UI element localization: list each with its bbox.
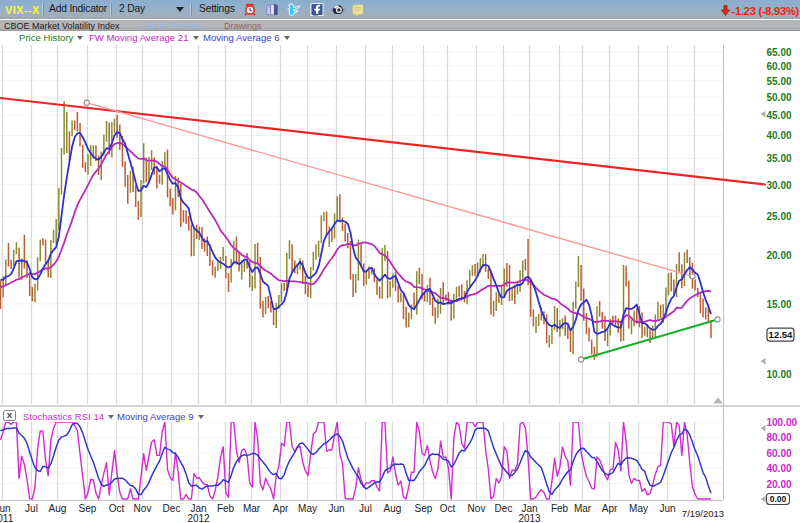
price-tick-label: 15.00 xyxy=(767,299,792,310)
x-axis-month-label: Feb xyxy=(217,503,235,514)
x-axis-year-label: 2012 xyxy=(187,513,210,523)
price-tick-label: 40.00 xyxy=(767,130,792,141)
price-tick-label: 50.00 xyxy=(767,92,792,103)
fw-moving-average-21-line xyxy=(1,143,712,322)
last-indicator-label: 0.00 xyxy=(770,494,787,504)
facebook-icon-shape xyxy=(313,14,318,16)
axis-range-marker-icon xyxy=(761,111,766,117)
ledger-icon[interactable] xyxy=(265,3,279,16)
x-axis-month-label: Jul xyxy=(25,503,38,514)
fw-moving-average-21-dropdown[interactable]: FW Moving Average 21 xyxy=(89,32,199,43)
x-axis-month-label: May xyxy=(298,503,317,514)
period-dropdown[interactable]: 2 Day xyxy=(119,3,145,14)
price-history-label: Price History xyxy=(19,32,73,43)
price-chart[interactable]: Jun2011JulAugSepOctNovDecJan2012FebMarAp… xyxy=(0,0,800,523)
x-axis-month-label: Dec xyxy=(163,503,181,514)
price-tick-label: 35.00 xyxy=(767,153,792,164)
price-tick-label: 55.00 xyxy=(767,76,792,87)
down-arrow-icon xyxy=(721,5,730,16)
axis-range-marker-icon xyxy=(761,496,766,502)
camera-icon-shape xyxy=(337,8,340,11)
moving-average-9-label: Moving Average 9 xyxy=(117,411,194,422)
trendline-anchor[interactable] xyxy=(578,357,583,362)
ledger-icon-shape xyxy=(274,4,277,15)
price-tick-label: 20.00 xyxy=(767,250,792,261)
drawings-menu[interactable]: Drawings xyxy=(224,21,262,31)
price-tick-label: 25.00 xyxy=(767,211,792,222)
axis-range-marker-icon xyxy=(761,425,766,431)
x-axis-month-label: Apr xyxy=(273,503,289,514)
stochastics-rsi-dropdown[interactable]: Stochastics RSI 14 xyxy=(23,411,114,422)
symbol-info-bar: CBOE Market Volatility Index Add to Port… xyxy=(0,20,800,31)
price-tick-label: 45.00 xyxy=(767,110,792,121)
add-indicator-button[interactable]: Add Indicator xyxy=(49,3,107,14)
symbol-ticker[interactable]: VIX--X xyxy=(5,4,40,16)
x-axis-month-label: Oct xyxy=(109,503,125,514)
price-tick-label: 10.00 xyxy=(767,369,792,380)
toolbar-divider xyxy=(42,3,43,15)
chevron-down-icon xyxy=(284,36,290,40)
moving-average-6-dropdown[interactable]: Moving Average 6 xyxy=(203,32,290,43)
symbol-name: CBOE Market Volatility Index xyxy=(4,21,120,31)
x-axis-month-label: Feb xyxy=(551,503,569,514)
trendline-anchor[interactable] xyxy=(690,274,695,279)
main-toolbar: VIX--X Add Indicator 2 Day Settings xyxy=(0,0,800,19)
indicator-tick-label: 60.00 xyxy=(767,448,792,459)
down-arrow-icon-shape xyxy=(722,6,730,16)
x-axis-month-label: Sep xyxy=(415,503,433,514)
chevron-down-icon xyxy=(108,415,114,419)
chevron-down-icon xyxy=(198,415,204,419)
add-to-portfolio-link[interactable]: Add to Portfolio xyxy=(141,21,203,31)
x-axis-month-label: Nov xyxy=(134,503,152,514)
x-axis-year-label: 2011 xyxy=(0,513,14,523)
change-text: -1.23 (-8.93%) xyxy=(731,5,799,17)
settings-button[interactable]: Settings xyxy=(199,3,235,14)
fw-moving-average-21-label: FW Moving Average 21 xyxy=(89,32,189,43)
price-tick-label: 30.00 xyxy=(767,180,792,191)
trendline[interactable] xyxy=(581,320,718,360)
x-axis-month-label: Oct xyxy=(440,503,456,514)
twitter-icon-shape xyxy=(288,4,300,16)
price-change: -1.23 (-8.93%) xyxy=(721,5,799,17)
x-axis-month-label: May xyxy=(629,503,648,514)
toolbar-divider xyxy=(190,3,191,15)
x-axis-month-label: Aug xyxy=(49,503,67,514)
x-axis-month-label: Jul xyxy=(359,503,372,514)
x-axis-month-label: Mar xyxy=(243,503,261,514)
indicator-tick-label: 80.00 xyxy=(767,432,792,443)
ledger-icon-shape xyxy=(271,4,275,15)
pane-resize-arrow-icon[interactable] xyxy=(713,398,723,404)
x-axis-month-label: Jun xyxy=(328,503,344,514)
indicator-tick-label: 100.00 xyxy=(767,417,798,428)
camera-icon[interactable] xyxy=(331,3,345,16)
last-price-label: 12.54 xyxy=(769,329,793,340)
indicator-tick-label: 20.00 xyxy=(767,479,792,490)
stochastics-rsi-label: Stochastics RSI 14 xyxy=(23,411,104,422)
x-axis-month-label: Mar xyxy=(574,503,592,514)
chevron-down-icon xyxy=(193,36,199,40)
x-axis-month-label: Dec xyxy=(495,503,513,514)
x-axis-month-label: Nov xyxy=(468,503,486,514)
close-indicator-button[interactable]: X xyxy=(3,410,16,421)
trendline-anchor[interactable] xyxy=(715,317,720,322)
sticky-note-icon[interactable] xyxy=(351,3,365,16)
price-tick-label: 65.00 xyxy=(767,47,792,58)
moving-average-6-label: Moving Average 6 xyxy=(203,32,280,43)
price-history-dropdown[interactable]: Price History xyxy=(19,32,83,43)
indicator-tick-label: 40.00 xyxy=(767,463,792,474)
x-axis-month-label: Aug xyxy=(384,503,402,514)
last-date-label: 7/19/2013 xyxy=(682,508,724,519)
x-axis-month-label: Apr xyxy=(602,503,618,514)
x-axis-year-label: 2013 xyxy=(518,513,541,523)
twitter-icon[interactable] xyxy=(287,3,301,16)
moving-average-9-dropdown[interactable]: Moving Average 9 xyxy=(117,411,204,422)
chevron-down-icon[interactable] xyxy=(176,7,184,12)
alarm-clock-icon[interactable] xyxy=(243,3,257,16)
trendline-anchor[interactable] xyxy=(84,100,89,105)
chevron-down-icon xyxy=(77,36,83,40)
facebook-icon[interactable] xyxy=(310,3,324,16)
chart-application: Jun2011JulAugSepOctNovDecJan2012FebMarAp… xyxy=(0,0,800,523)
axis-range-marker-icon xyxy=(761,358,766,364)
x-axis-month-label: Jun xyxy=(659,503,675,514)
price-pane-header: Price History FW Moving Average 21 Movin… xyxy=(0,32,800,45)
